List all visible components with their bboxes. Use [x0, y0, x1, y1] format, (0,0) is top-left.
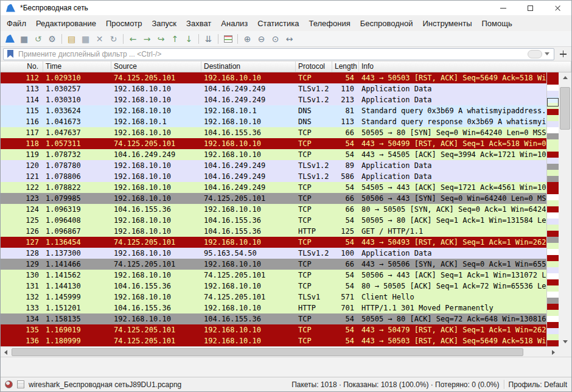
display-filter-field[interactable]: [3, 48, 554, 60]
main-toolbar: ■↺⚙▤▦✕↻←→↪↑↓⇊⊕⊖⊙↔: [1, 31, 571, 47]
cell-no: 135: [1, 324, 43, 335]
packet-row[interactable]: 1241.096319104.16.155.36192.168.10.10TCP…: [1, 204, 546, 215]
scroll-right-button[interactable]: [548, 347, 559, 357]
packet-row[interactable]: 1201.078780192.168.10.10104.16.249.249TL…: [1, 160, 546, 171]
scroll-down-button[interactable]: [559, 337, 571, 346]
wireshark-window: *Беспроводная сеть ФайлРедактированиеПро…: [0, 0, 572, 392]
column-header-time[interactable]: Time: [43, 61, 111, 72]
cell-no: 117: [1, 127, 43, 138]
add-filter-button[interactable]: [557, 48, 569, 60]
horizontal-scroll-thumb[interactable]: [12, 348, 523, 356]
open-file-button[interactable]: ▤: [65, 32, 78, 46]
minimize-button[interactable]: [489, 1, 517, 15]
cell-source: 192.168.10.10: [111, 182, 201, 193]
go-forward-button[interactable]: →: [140, 32, 154, 46]
go-first-button[interactable]: ↑: [168, 32, 182, 46]
packet-row[interactable]: 1211.078806192.168.10.10104.16.249.249TL…: [1, 171, 546, 182]
filter-apply-button[interactable]: [528, 50, 542, 58]
packet-row[interactable]: 1311.144130104.16.155.36192.168.10.10TCP…: [1, 281, 546, 292]
scroll-up-button[interactable]: [559, 72, 571, 82]
packet-row[interactable]: 1291.14146674.125.205.101192.168.10.10TC…: [1, 259, 546, 270]
scroll-left-button[interactable]: [1, 347, 11, 357]
packet-row[interactable]: 1191.078732104.16.249.249192.168.10.10TC…: [1, 149, 546, 160]
menu-tools[interactable]: Инструменты: [417, 17, 476, 30]
capture-comment-button[interactable]: [17, 380, 24, 388]
menu-help[interactable]: Помощь: [477, 17, 517, 30]
cell-time: 1.096319: [43, 204, 111, 215]
close-button[interactable]: [544, 1, 571, 15]
go-last-button[interactable]: ↓: [182, 32, 196, 46]
display-filter-input[interactable]: [17, 49, 528, 59]
menu-edit[interactable]: Редактирование: [31, 17, 101, 30]
go-to-packet-button[interactable]: ↪: [154, 32, 168, 46]
capture-options-button[interactable]: ⚙: [45, 32, 59, 46]
menu-view[interactable]: Просмотр: [101, 17, 147, 30]
menu-wireless[interactable]: Беспроводной: [355, 17, 418, 30]
menu-statistics[interactable]: Статистика: [253, 17, 304, 30]
packet-row[interactable]: 1151.033624192.168.10.10192.168.10.1DNS8…: [1, 105, 546, 116]
column-header-protocol[interactable]: Protocol: [296, 61, 332, 72]
packet-row[interactable]: 1331.151201104.16.155.36192.168.10.10HTT…: [1, 303, 546, 313]
menu-go[interactable]: Запуск: [147, 17, 181, 30]
filter-dropdown-icon[interactable]: [545, 52, 549, 55]
horizontal-scrollbar[interactable]: [1, 346, 559, 357]
packet-row[interactable]: 1361.18099974.125.205.101192.168.10.10TC…: [1, 335, 546, 346]
packet-row[interactable]: 1221.078822192.168.10.10104.16.249.249TC…: [1, 182, 546, 193]
column-header-length[interactable]: Length: [332, 61, 359, 72]
plus-icon: [560, 51, 567, 57]
start-capture-button[interactable]: [3, 32, 17, 46]
restart-capture-button[interactable]: ↺: [31, 32, 45, 46]
zoom-out-button[interactable]: ⊖: [254, 32, 268, 46]
packet-row[interactable]: 1141.030310192.168.10.10104.16.249.249TL…: [1, 94, 546, 105]
cell-protocol: TLSv1.2: [296, 83, 332, 94]
reload-file-button[interactable]: ↻: [106, 32, 120, 46]
packet-row[interactable]: 1131.030257192.168.10.10104.16.249.249TL…: [1, 83, 546, 94]
maximize-button[interactable]: [517, 1, 544, 15]
packet-row[interactable]: 1121.02931074.125.205.101192.168.10.10TC…: [1, 72, 546, 83]
packet-row[interactable]: 1181.05731174.125.205.101192.168.10.10TC…: [1, 138, 546, 149]
cell-time: 1.078780: [43, 160, 111, 171]
cell-protocol: TCP: [296, 215, 332, 226]
colorize-icon: [224, 35, 232, 43]
packet-row[interactable]: 1261.096867192.168.10.10104.16.155.36HTT…: [1, 226, 546, 237]
packet-row[interactable]: 1171.047637192.168.10.10104.16.155.36TCP…: [1, 127, 546, 138]
close-file-button[interactable]: ✕: [92, 32, 106, 46]
column-header-destination[interactable]: Destination: [201, 61, 296, 72]
cell-no: 123: [1, 193, 43, 204]
zoom-in-button[interactable]: ⊕: [240, 32, 254, 46]
menu-telephony[interactable]: Телефония: [304, 17, 355, 30]
menu-analyze[interactable]: Анализ: [216, 17, 253, 30]
menu-file[interactable]: Файл: [2, 17, 31, 30]
expert-info-button[interactable]: [5, 380, 13, 388]
resize-columns-button[interactable]: ↔: [282, 32, 296, 46]
cell-info: 50505 → 80 [ACK] Seq=1 Ack=1 Win=131584 …: [359, 215, 546, 226]
packet-row[interactable]: 1161.041673192.168.10.1192.168.10.10DNS1…: [1, 116, 546, 127]
profile-label[interactable]: Профиль: Default: [509, 380, 568, 389]
column-header-info[interactable]: Info: [359, 61, 571, 72]
column-header-source[interactable]: Source: [111, 61, 201, 72]
packet-row[interactable]: 1231.079985192.168.10.1074.125.205.101TC…: [1, 193, 546, 204]
intelligent-scrollbar-minimap[interactable]: [546, 72, 559, 346]
packet-row[interactable]: 1351.16901974.125.205.101192.168.10.10TC…: [1, 324, 546, 335]
packet-row[interactable]: 1251.096408192.168.10.10104.16.155.36TCP…: [1, 215, 546, 226]
cell-length: 66: [332, 193, 359, 204]
packet-row[interactable]: 1341.158135192.168.10.10104.16.155.36TCP…: [1, 313, 546, 324]
auto-scroll-button[interactable]: ⇊: [201, 32, 215, 46]
go-back-button[interactable]: ←: [126, 32, 140, 46]
vertical-scrollbar[interactable]: [559, 72, 571, 346]
zoom-reset-button[interactable]: ⊙: [268, 32, 282, 46]
save-file-button[interactable]: ▦: [78, 32, 92, 46]
packet-row[interactable]: 1271.13645474.125.205.101192.168.10.10TC…: [1, 237, 546, 248]
minimap-stripe: [547, 79, 559, 85]
vertical-scroll-thumb[interactable]: [560, 87, 570, 130]
packet-row[interactable]: 1281.137300192.168.10.1095.163.54.50TLSv…: [1, 248, 546, 259]
menu-capture[interactable]: Захват: [181, 17, 216, 30]
packet-row[interactable]: 1301.141562192.168.10.1074.125.205.101TC…: [1, 270, 546, 281]
cell-no: 134: [1, 313, 43, 324]
packet-row[interactable]: 1321.145999192.168.10.1074.125.205.101TL…: [1, 292, 546, 303]
column-header-no[interactable]: No.: [1, 61, 43, 72]
colorize-button[interactable]: [221, 32, 235, 46]
filter-bookmark-icon[interactable]: [7, 50, 13, 58]
cell-no: 127: [1, 237, 43, 248]
stop-capture-button[interactable]: ■: [17, 32, 31, 46]
